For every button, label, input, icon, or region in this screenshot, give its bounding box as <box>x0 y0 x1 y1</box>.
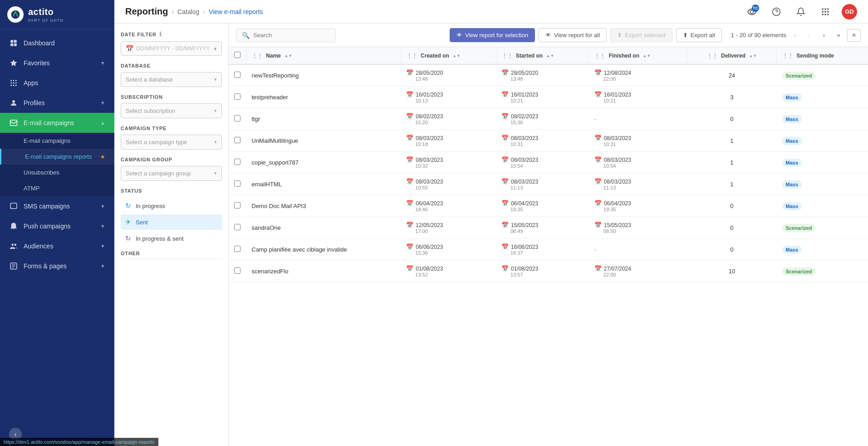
date-filter-info-icon[interactable]: ℹ <box>159 31 162 38</box>
row-checkbox-8[interactable] <box>234 246 240 252</box>
row-checkbox-cell-7[interactable] <box>229 217 246 239</box>
next-page-button[interactable]: › <box>818 29 830 41</box>
delivered-column-header[interactable]: ⋮⋮ Delivered ▲▼ <box>687 47 776 64</box>
calendar-icon: 📅 <box>501 113 509 120</box>
chevron-down-icon: ▼ <box>100 223 105 229</box>
calendar-icon: 📅 <box>594 135 602 141</box>
row-checkbox-3[interactable] <box>234 137 240 143</box>
first-page-button[interactable]: « <box>789 29 801 41</box>
calendar-icon: 📅 <box>501 222 509 228</box>
sort-icons[interactable]: ▲▼ <box>452 53 461 58</box>
svg-point-20 <box>12 244 14 246</box>
sidebar-item-push[interactable]: Push campaigns ▼ <box>0 216 114 236</box>
subscription-select[interactable]: Select subscription ▾ <box>121 103 222 118</box>
sort-icons[interactable]: ▲▼ <box>546 53 554 58</box>
row-checkbox-0[interactable] <box>234 72 240 78</box>
row-checkbox-cell-3[interactable] <box>229 130 246 152</box>
campaign-type-select[interactable]: Select a campaign type ▾ <box>121 135 222 150</box>
grid-button[interactable] <box>817 4 834 20</box>
created-on-column-header[interactable]: ⋮⋮ Created on ▲▼ <box>401 47 496 64</box>
row-checkbox-7[interactable] <box>234 224 240 230</box>
row-name-6: Demo Doc Mail API3 <box>246 195 401 217</box>
row-sending-8: Mass <box>777 239 868 261</box>
subnav-atmp[interactable]: ATMP <box>0 180 114 196</box>
subnav-email-campaigns[interactable]: E-mail campaigns <box>0 133 114 149</box>
database-select[interactable]: Select a database ▾ <box>121 72 222 87</box>
sort-icons[interactable]: ▲▼ <box>284 53 292 58</box>
sort-icons[interactable]: ▲▼ <box>749 53 757 58</box>
svg-rect-18 <box>10 203 17 208</box>
last-page-button[interactable]: » <box>833 29 844 41</box>
status-in-progress-sent[interactable]: ↻ In progress & sent <box>121 231 222 246</box>
row-checkbox-cell-4[interactable] <box>229 152 246 174</box>
row-checkbox-cell-9[interactable] <box>229 261 246 282</box>
row-checkbox-cell-5[interactable] <box>229 174 246 195</box>
row-checkbox-9[interactable] <box>234 267 240 274</box>
sidebar-item-push-label: Push campaigns <box>24 223 71 230</box>
svg-rect-33 <box>824 11 826 12</box>
date-filter-input[interactable]: 📅 DD/MM/YYYY - DD/MM/YYYY ▾ <box>121 41 222 56</box>
sidebar-item-audiences[interactable]: Audiences ▼ <box>0 236 114 256</box>
sidebar-item-profiles[interactable]: Profiles ▼ <box>0 93 114 113</box>
status-sent[interactable]: ✈ Sent <box>121 214 222 230</box>
row-created-3: 📅08/03/2023 10:18 <box>401 130 496 152</box>
mixed-status-icon: ↻ <box>125 234 131 242</box>
row-checkbox-1[interactable] <box>234 93 240 100</box>
select-all-checkbox[interactable] <box>234 52 240 58</box>
started-on-column-header[interactable]: ⋮⋮ Started on ▲▼ <box>496 47 589 64</box>
status-in-progress[interactable]: ↻ In progress <box>121 198 222 213</box>
export-all-button[interactable]: ⬆ Export all <box>676 28 722 42</box>
row-checkbox-cell-1[interactable] <box>229 87 246 108</box>
finished-on-column-header[interactable]: ⋮⋮ Finished on ▲▼ <box>589 47 687 64</box>
row-checkbox-6[interactable] <box>234 202 240 208</box>
campaign-group-select[interactable]: Select a campaign group ▾ <box>121 166 222 181</box>
help-button[interactable] <box>768 4 785 20</box>
breadcrumb-catalog[interactable]: Catalog <box>177 8 199 15</box>
list-view-button[interactable]: ≡ <box>847 29 861 42</box>
export-selected-button[interactable]: ⬆ Export selected <box>610 28 672 42</box>
row-checkbox-cell-6[interactable] <box>229 195 246 217</box>
sidebar-item-email-campaigns[interactable]: E-mail campaigns ▲ <box>0 113 114 133</box>
sidebar-item-dashboard[interactable]: Dashboard <box>0 33 114 53</box>
name-column-header[interactable]: ⋮⋮ Name ▲▼ <box>246 47 401 64</box>
row-checkbox-5[interactable] <box>234 180 240 187</box>
row-created-0: 📅28/05/2020 13:48 <box>401 64 496 87</box>
table-row: UnMailMultilingue 📅08/03/2023 10:18 📅08/… <box>229 130 868 152</box>
row-checkbox-cell-2[interactable] <box>229 108 246 130</box>
sidebar-item-sms[interactable]: SMS campaigns ▼ <box>0 196 114 216</box>
sending-mode-badge: Mass <box>782 137 802 145</box>
eye-button[interactable]: TC <box>744 4 760 20</box>
sidebar-item-forms[interactable]: Forms & pages ▼ <box>0 256 114 276</box>
view-report-all-button[interactable]: 👁 View report for all <box>539 28 607 42</box>
view-report-selection-button[interactable]: 👁 View report for selection <box>450 28 535 42</box>
subnav-unsubscribes[interactable]: Unsubscribes <box>0 165 114 180</box>
bell-button[interactable] <box>793 4 809 20</box>
search-input[interactable] <box>253 32 330 39</box>
select-all-header[interactable] <box>229 47 246 64</box>
sidebar-item-favorites[interactable]: Favorites ▼ <box>0 53 114 73</box>
row-checkbox-cell-8[interactable] <box>229 239 246 261</box>
sending-mode-column-header[interactable]: ⋮⋮ Sending mode <box>777 47 868 64</box>
svg-rect-3 <box>10 40 13 43</box>
sort-icons[interactable]: ▲▼ <box>642 53 651 58</box>
subnav-email-reports[interactable]: E-mail campaigns reports ★ <box>0 149 114 165</box>
row-checkbox-4[interactable] <box>234 159 240 165</box>
row-delivered-2: 0 <box>687 108 776 130</box>
sending-mode-badge: Mass <box>782 159 802 167</box>
prev-page-button[interactable]: ‹ <box>804 29 815 41</box>
sidebar-item-apps[interactable]: Apps <box>0 73 114 93</box>
apps-icon <box>9 78 18 87</box>
sms-icon <box>9 202 18 211</box>
user-avatar[interactable]: GD <box>842 4 857 19</box>
date-filter-placeholder: DD/MM/YYYY - DD/MM/YYYY <box>136 45 210 52</box>
row-checkbox-cell-0[interactable] <box>229 64 246 87</box>
dash: - <box>594 246 596 253</box>
svg-rect-31 <box>827 8 829 10</box>
svg-rect-34 <box>827 11 829 12</box>
search-box[interactable]: 🔍 <box>236 29 336 42</box>
export-icon: ⬆ <box>617 32 622 39</box>
row-checkbox-2[interactable] <box>234 115 240 121</box>
favorite-star-icon[interactable]: ★ <box>100 154 105 160</box>
calendar-icon: 📅 <box>406 178 413 185</box>
forms-icon <box>9 262 18 271</box>
